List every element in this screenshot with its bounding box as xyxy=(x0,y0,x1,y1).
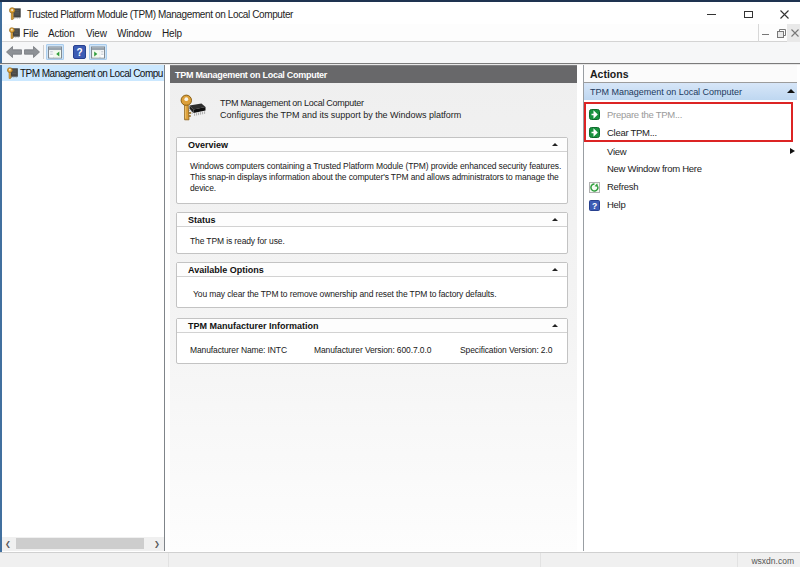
svg-text:?: ? xyxy=(76,47,82,58)
svg-text:?: ? xyxy=(592,201,597,211)
